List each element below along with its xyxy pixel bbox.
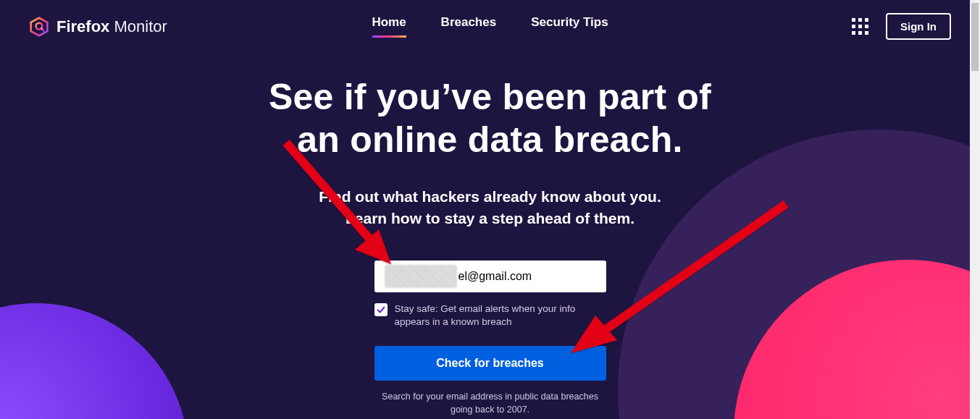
hero-sub-line1: Find out what hackers already know about… (319, 188, 661, 205)
alerts-checkbox-label: Stay safe: Get email alerts when your in… (395, 302, 606, 329)
hero: See if you’ve been part of an online dat… (0, 76, 980, 230)
breach-check-form: Stay safe: Get email alerts when your in… (374, 261, 606, 416)
bg-blob-left (0, 303, 188, 419)
alerts-opt-in-row: Stay safe: Get email alerts when your in… (374, 302, 606, 329)
hero-title-line2: an online data breach. (297, 119, 682, 160)
firefox-monitor-icon (29, 17, 49, 37)
nav-home[interactable]: Home (372, 15, 406, 38)
hero-title-line1: See if you’ve been part of (269, 77, 711, 117)
check-icon (376, 305, 386, 315)
email-input-wrapper (374, 261, 606, 292)
header-right: Sign In (852, 13, 951, 40)
hero-title: See if you’ve been part of an online dat… (0, 76, 980, 161)
svg-marker-4 (355, 229, 391, 264)
search-hint: Search for your email address in public … (374, 391, 606, 416)
brand-text-bold: Firefox (56, 17, 109, 35)
check-breaches-button[interactable]: Check for breaches (374, 346, 606, 381)
brand-logo[interactable]: Firefox Monitor (29, 17, 167, 37)
alerts-checkbox[interactable] (374, 303, 388, 316)
bento-menu-icon[interactable] (852, 18, 868, 35)
svg-marker-0 (31, 17, 48, 35)
hero-subtitle: Find out what hackers already know about… (0, 186, 980, 230)
brand-text-light: Monitor (109, 17, 167, 35)
main-nav: Home Breaches Security Tips (372, 15, 608, 38)
header: Firefox Monitor Home Breaches Security T… (0, 0, 980, 47)
email-redaction-overlay (385, 265, 457, 288)
svg-line-2 (41, 28, 43, 30)
brand-text: Firefox Monitor (56, 17, 167, 36)
sign-in-button[interactable]: Sign In (886, 13, 951, 40)
hero-sub-line2: Learn how to stay a step ahead of them. (345, 210, 635, 227)
nav-security-tips[interactable]: Security Tips (531, 15, 608, 38)
nav-breaches[interactable]: Breaches (441, 15, 497, 38)
